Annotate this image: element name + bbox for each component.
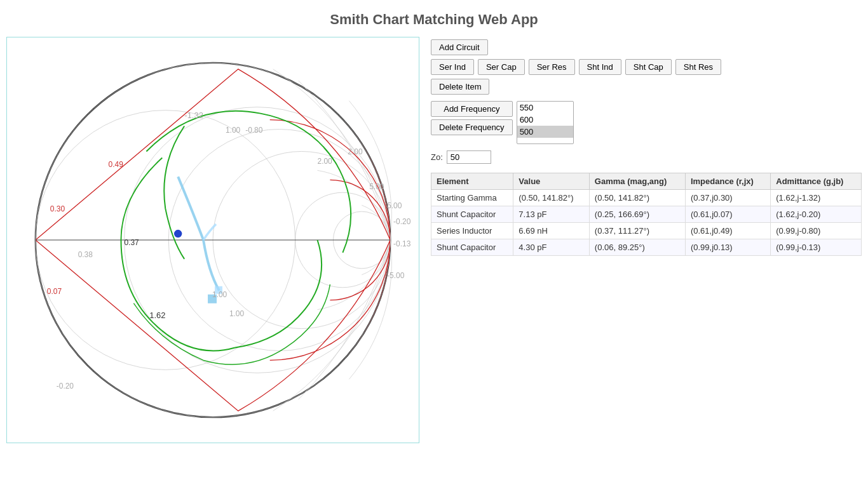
table-cell-0-2: (0.50, 141.82°) — [589, 190, 685, 206]
svg-text:0.49: 0.49 — [109, 160, 124, 169]
table-cell-1-4: (1.62,j-0.20) — [771, 206, 862, 223]
svg-text:2.00: 2.00 — [348, 147, 363, 156]
frequency-container: Add Frequency Delete Frequency 550 600 5… — [431, 101, 862, 144]
col-gamma: Gamma (mag,ang) — [589, 173, 685, 190]
zo-label: Zo: — [431, 152, 443, 162]
table-cell-3-4: (0.99,j-0.13) — [771, 239, 862, 256]
table-row: Series Inductor6.69 nH(0.37, 111.27°)(0.… — [431, 223, 862, 239]
table-cell-1-0: Shunt Capacitor — [431, 206, 513, 223]
svg-text:5.00: 5.00 — [387, 201, 402, 210]
table-cell-1-2: (0.25, 166.69°) — [589, 206, 685, 223]
table-header-row: Element Value Gamma (mag,ang) Impedance … — [431, 173, 862, 190]
app-title: Smith Chart Matching Web App — [0, 0, 868, 37]
svg-point-11 — [173, 229, 182, 238]
svg-text:0.37: 0.37 — [124, 238, 139, 247]
col-value: Value — [513, 173, 590, 190]
svg-text:-0.20: -0.20 — [57, 382, 74, 390]
results-table: Element Value Gamma (mag,ang) Impedance … — [431, 173, 862, 256]
sht-ind-button[interactable]: Sht Ind — [579, 59, 621, 75]
table-body: Starting Gamma(0.50, 141.82°)(0.50, 141.… — [431, 190, 862, 256]
svg-text:5.00: 5.00 — [369, 182, 384, 191]
freq-option-500[interactable]: 500 — [517, 126, 573, 138]
table-cell-2-0: Series Inductor — [431, 223, 513, 239]
table-cell-0-3: (0.37,j0.30) — [685, 190, 770, 206]
add-circuit-button[interactable]: Add Circuit — [431, 39, 488, 55]
delete-frequency-button[interactable]: Delete Frequency — [431, 119, 513, 135]
col-admittance: Admittance (g,jb) — [771, 173, 862, 190]
table-cell-2-2: (0.37, 111.27°) — [589, 223, 685, 239]
svg-text:1.00: 1.00 — [226, 126, 241, 135]
svg-text:-1.32: -1.32 — [184, 110, 203, 120]
svg-text:-0.80: -0.80 — [245, 126, 263, 135]
element-type-row: Ser Ind Ser Cap Ser Res Sht Ind Sht Cap … — [431, 59, 862, 75]
table-cell-1-3: (0.61,j0.07) — [685, 206, 770, 223]
svg-text:1.62: 1.62 — [149, 310, 165, 320]
table-cell-2-1: 6.69 nH — [513, 223, 590, 239]
zo-row: Zo: — [431, 150, 862, 164]
table-row: Shunt Capacitor4.30 pF(0.06, 89.25°)(0.9… — [431, 239, 862, 256]
sht-res-button[interactable]: Sht Res — [675, 59, 721, 75]
svg-text:0.30: 0.30 — [50, 204, 65, 213]
controls-area: Add Circuit Ser Ind Ser Cap Ser Res Sht … — [431, 37, 862, 256]
table-cell-0-1: (0.50, 141.82°) — [513, 190, 590, 206]
delete-row: Delete Item — [431, 79, 862, 95]
svg-text:-0.13: -0.13 — [393, 239, 411, 248]
sht-cap-button[interactable]: Sht Cap — [625, 59, 672, 75]
table-row: Starting Gamma(0.50, 141.82°)(0.50, 141.… — [431, 190, 862, 206]
ser-ind-button[interactable]: Ser Ind — [431, 59, 474, 75]
delete-item-button[interactable]: Delete Item — [431, 79, 489, 95]
freq-option-600[interactable]: 600 — [517, 114, 573, 126]
freq-option-550[interactable]: 550 — [517, 102, 573, 114]
frequency-list[interactable]: 550 600 500 — [517, 101, 574, 144]
svg-text:-0.20: -0.20 — [393, 217, 411, 226]
table-row: Shunt Capacitor7.13 pF(0.25, 166.69°)(0.… — [431, 206, 862, 223]
table-cell-3-0: Shunt Capacitor — [431, 239, 513, 256]
freq-buttons: Add Frequency Delete Frequency — [431, 101, 513, 135]
col-impedance: Impedance (r,jx) — [685, 173, 770, 190]
svg-text:0.38: 0.38 — [78, 250, 93, 259]
table-cell-1-1: 7.13 pF — [513, 206, 590, 223]
col-element: Element — [431, 173, 513, 190]
table-cell-3-1: 4.30 pF — [513, 239, 590, 256]
table-cell-3-3: (0.99,j0.13) — [685, 239, 770, 256]
ser-cap-button[interactable]: Ser Cap — [478, 59, 525, 75]
ser-res-button[interactable]: Ser Res — [529, 59, 575, 75]
svg-text:-5.00: -5.00 — [387, 271, 405, 280]
circuit-row: Add Circuit — [431, 39, 862, 55]
table-cell-0-0: Starting Gamma — [431, 190, 513, 206]
svg-text:1.00: 1.00 — [229, 309, 245, 318]
table-cell-2-3: (0.61,j0.49) — [685, 223, 770, 239]
svg-text:0.07: 0.07 — [47, 287, 62, 296]
smith-chart-area: -1.32 -0.80 -0.20 -0.13 5.00 -5.00 2.00 … — [6, 37, 419, 443]
svg-text:2.00: 2.00 — [317, 157, 332, 166]
table-cell-2-4: (0.99,j-0.80) — [771, 223, 862, 239]
svg-text:1.00: 1.00 — [212, 290, 227, 299]
table-cell-3-2: (0.06, 89.25°) — [589, 239, 685, 256]
add-frequency-button[interactable]: Add Frequency — [431, 101, 513, 117]
main-layout: -1.32 -0.80 -0.20 -0.13 5.00 -5.00 2.00 … — [0, 37, 868, 450]
table-cell-0-4: (1.62,j-1.32) — [771, 190, 862, 206]
zo-input[interactable] — [447, 150, 491, 164]
